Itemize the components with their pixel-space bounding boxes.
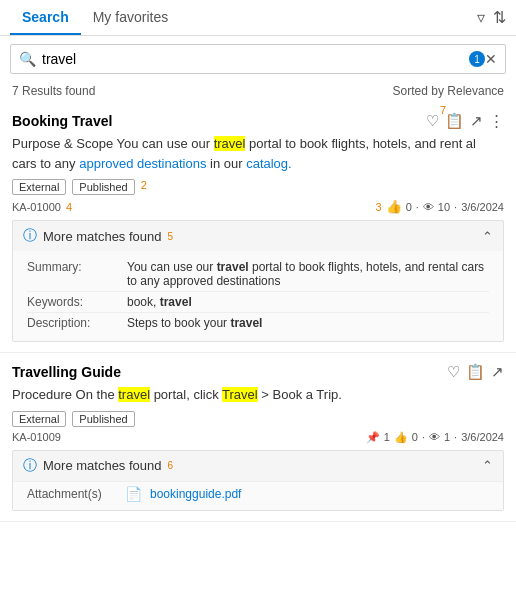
ka-id-1: KA-01000: [12, 201, 61, 213]
like-icon-2[interactable]: 👍: [394, 431, 408, 444]
card-actions-1: 7 ♡ 📋 ↗ ⋮: [426, 112, 504, 130]
card-title-2[interactable]: Travelling Guide: [12, 364, 121, 380]
like-icon-1[interactable]: 👍: [386, 199, 402, 214]
search-box: 🔍 1 ✕: [10, 44, 506, 74]
attachment-label-2: Attachment(s): [27, 487, 117, 501]
favorite-icon-1[interactable]: ♡: [426, 112, 439, 130]
chevron-up-2[interactable]: ⌃: [482, 458, 493, 473]
vote-count-2: 0: [412, 431, 418, 443]
card-badge-1: 7: [440, 104, 446, 116]
favorite-icon-2[interactable]: ♡: [447, 363, 460, 381]
more-matches-header-1[interactable]: ⓘ More matches found 5 ⌃: [13, 221, 503, 251]
search-input[interactable]: [36, 49, 467, 69]
more-matches-2: ⓘ More matches found 6 ⌃ Attachment(s) 📄…: [12, 450, 504, 511]
view-icon-1: 👁: [423, 201, 434, 213]
results-count: 7 Results found: [12, 84, 95, 98]
more-matches-label-1: More matches found: [43, 229, 162, 244]
date-2: 3/6/2024: [461, 431, 504, 443]
tag-external-2: External: [12, 411, 66, 427]
tab-actions: ▿ ⇅: [477, 8, 506, 27]
vote-count-1: 0: [406, 201, 412, 213]
date-1: 3/6/2024: [461, 201, 504, 213]
share-icon-2[interactable]: ↗: [491, 363, 504, 381]
match-details-1: Summary: You can use our travel portal t…: [13, 251, 503, 341]
highlight-Travel-2: Travel: [222, 387, 258, 402]
clear-icon[interactable]: ✕: [485, 51, 497, 67]
card-tags-2: External Published: [12, 411, 504, 427]
view-count-2: 1: [444, 431, 450, 443]
card-tags-1: External Published 2: [12, 179, 504, 195]
match-row-keywords: Keywords: book, travel: [27, 291, 489, 312]
more-matches-badge-2: 6: [168, 460, 174, 471]
info-icon-2: ⓘ: [23, 457, 37, 475]
results-header: 7 Results found Sorted by Relevance: [0, 82, 516, 102]
attachment-count-2: 1: [384, 431, 390, 443]
more-matches-1: ⓘ More matches found 5 ⌃ Summary: You ca…: [12, 220, 504, 342]
card-meta-1: KA-01000 4 3 👍 0 · 👁 10 · 3/6/2024: [12, 199, 504, 214]
search-badge: 1: [469, 51, 485, 67]
pdf-link-2[interactable]: bookingguide.pdf: [150, 487, 241, 501]
card-meta-2: KA-01009 📌 1 👍 0 · 👁 1 · 3/6/2024: [12, 431, 504, 444]
sort-icon[interactable]: ⇅: [493, 8, 506, 27]
published-badge-1: 2: [141, 179, 147, 195]
tab-favorites[interactable]: My favorites: [81, 1, 180, 35]
tag-published-1: Published: [72, 179, 134, 195]
info-icon-1: ⓘ: [23, 227, 37, 245]
card-body-2: Procedure On the travel portal, click Tr…: [12, 385, 504, 405]
chevron-up-1[interactable]: ⌃: [482, 229, 493, 244]
copy-icon-1[interactable]: 📋: [445, 112, 464, 130]
search-icon: 🔍: [19, 51, 36, 67]
card-actions-2: ♡ 📋 ↗: [447, 363, 504, 381]
meta-badge-1: 3: [376, 201, 382, 213]
sort-label: Sorted by Relevance: [393, 84, 504, 98]
tab-search[interactable]: Search: [10, 1, 81, 35]
card-title-1[interactable]: Booking Travel: [12, 113, 112, 129]
more-matches-header-2[interactable]: ⓘ More matches found 6 ⌃: [13, 451, 503, 481]
result-card-travelling-guide: Travelling Guide ♡ 📋 ↗ Procedure On the …: [0, 353, 516, 522]
tabs-container: Search My favorites ▿ ⇅: [0, 0, 516, 36]
share-icon-1[interactable]: ↗: [470, 112, 483, 130]
more-icon-1[interactable]: ⋮: [489, 112, 504, 130]
attachment-row-2: Attachment(s) 📄 bookingguide.pdf: [13, 481, 503, 510]
view-icon-2: 👁: [429, 431, 440, 443]
ka-id-2: KA-01009: [12, 431, 61, 443]
result-card-booking-travel: Booking Travel 7 ♡ 📋 ↗ ⋮ Purpose & Scope…: [0, 102, 516, 353]
highlight-travel-1: travel: [214, 136, 246, 151]
highlight-travel-2: travel: [118, 387, 150, 402]
match-row-description: Description: Steps to book your travel: [27, 312, 489, 333]
tag-external-1: External: [12, 179, 66, 195]
match-row-summary: Summary: You can use our travel portal t…: [27, 257, 489, 291]
attachment-icon-2: 📌: [366, 431, 380, 444]
card-body-1: Purpose & Scope You can use our travel p…: [12, 134, 504, 173]
ka-badge-1: 4: [66, 201, 72, 213]
filter-icon[interactable]: ▿: [477, 8, 485, 27]
card-header-2: Travelling Guide ♡ 📋 ↗: [12, 363, 504, 381]
copy-icon-2[interactable]: 📋: [466, 363, 485, 381]
card-header-1: Booking Travel 7 ♡ 📋 ↗ ⋮: [12, 112, 504, 130]
more-matches-badge-1: 5: [168, 231, 174, 242]
view-count-1: 10: [438, 201, 450, 213]
more-matches-label-2: More matches found: [43, 458, 162, 473]
tag-published-2: Published: [72, 411, 134, 427]
pdf-icon-2: 📄: [125, 486, 142, 502]
